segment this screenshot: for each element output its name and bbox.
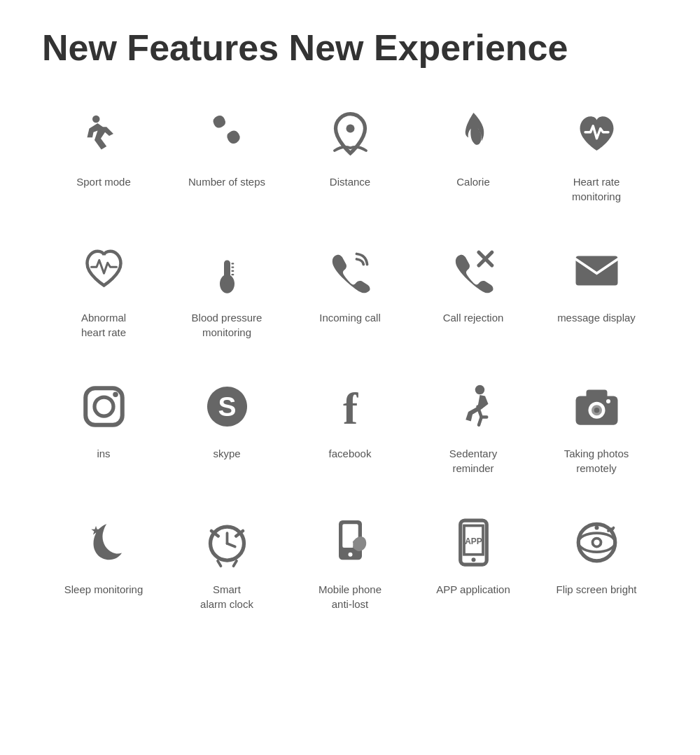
- incoming-call-icon: [318, 239, 382, 302]
- camera-icon: [565, 375, 628, 438]
- facebook-label: facebook: [329, 446, 372, 461]
- feature-item-skype: Sskype: [165, 368, 288, 483]
- calorie-icon: [442, 103, 505, 166]
- skype-icon: S: [195, 375, 258, 438]
- svg-line-27: [227, 543, 234, 547]
- call-rejection-icon: [442, 239, 505, 302]
- sleep-label: Sleep monitoring: [64, 582, 144, 597]
- distance-label: Distance: [330, 174, 370, 189]
- features-grid: Sport modeNumber of stepsDistanceCalorie…: [42, 96, 658, 618]
- abnormal-heart-icon: [72, 239, 135, 302]
- feature-item-antilost: Mobile phoneanti-lost: [288, 504, 412, 618]
- feature-item-abnormal-heart: Abnormalheart rate: [42, 232, 165, 347]
- feature-item-steps: Number of steps: [165, 96, 288, 211]
- blood-pressure-label: Blood pressuremonitoring: [192, 310, 262, 340]
- feature-item-sedentary: Sedentaryreminder: [412, 368, 535, 483]
- svg-point-41: [592, 538, 601, 546]
- sport-mode-label: Sport mode: [76, 174, 131, 189]
- feature-item-sleep: ★Sleep monitoring: [42, 504, 165, 618]
- feature-item-blood-pressure: Blood pressuremonitoring: [165, 232, 288, 347]
- feature-item-calorie: Calorie: [412, 96, 535, 211]
- feature-item-facebook: ffacebook: [288, 368, 412, 483]
- svg-text:S: S: [218, 392, 236, 422]
- steps-icon: [195, 103, 258, 166]
- message-display-label: message display: [557, 310, 636, 325]
- flip-label: Flip screen bright: [556, 582, 636, 597]
- svg-line-31: [233, 560, 237, 566]
- svg-rect-7: [231, 274, 234, 275]
- flip-icon: [565, 511, 628, 574]
- feature-item-incoming-call: Incoming call: [288, 232, 412, 347]
- feature-item-camera: Taking photosremotely: [535, 368, 658, 483]
- svg-point-13: [113, 392, 118, 397]
- svg-rect-10: [575, 256, 617, 285]
- feature-item-heart-rate: Heart ratemonitoring: [535, 96, 658, 211]
- call-rejection-label: Call rejection: [443, 310, 504, 325]
- heart-rate-icon: [565, 103, 628, 166]
- feature-item-distance: Distance: [288, 96, 412, 211]
- page-title: New Features New Experience: [42, 28, 658, 68]
- svg-point-21: [594, 408, 599, 413]
- svg-rect-6: [231, 270, 234, 271]
- svg-point-34: [348, 552, 352, 556]
- feature-item-message-display: message display: [535, 232, 658, 347]
- incoming-call-label: Incoming call: [319, 310, 381, 325]
- sedentary-label: Sedentaryreminder: [449, 446, 497, 476]
- svg-point-38: [471, 557, 475, 562]
- svg-point-12: [94, 397, 113, 416]
- svg-point-40: [578, 533, 615, 552]
- feature-item-sport-mode: Sport mode: [42, 96, 165, 211]
- sedentary-icon: [442, 375, 505, 438]
- svg-text:f: f: [342, 383, 358, 433]
- svg-text:★: ★: [90, 525, 100, 536]
- calorie-label: Calorie: [456, 174, 490, 189]
- svg-point-22: [606, 399, 610, 403]
- distance-icon: [318, 103, 382, 166]
- svg-point-42: [594, 525, 598, 529]
- svg-rect-3: [224, 260, 230, 285]
- feature-item-alarm: Smartalarm clock: [165, 504, 288, 618]
- ins-label: ins: [97, 446, 110, 461]
- message-display-icon: [565, 239, 628, 302]
- steps-label: Number of steps: [188, 174, 265, 189]
- blood-pressure-icon: [195, 239, 258, 302]
- heart-rate-label: Heart ratemonitoring: [572, 174, 621, 204]
- alarm-label: Smartalarm clock: [200, 582, 253, 611]
- abnormal-heart-label: Abnormalheart rate: [81, 310, 126, 340]
- svg-text:APP: APP: [465, 536, 482, 546]
- svg-point-16: [475, 385, 484, 394]
- facebook-icon: f: [318, 375, 382, 438]
- svg-line-30: [218, 560, 221, 566]
- feature-item-flip: Flip screen bright: [535, 504, 658, 618]
- antilost-icon: [318, 511, 382, 574]
- svg-point-1: [346, 124, 354, 132]
- svg-rect-5: [231, 266, 234, 268]
- feature-item-ins: ins: [42, 368, 165, 483]
- app-label: APP application: [436, 582, 510, 597]
- sleep-icon: ★: [72, 511, 135, 574]
- sport-mode-icon: [72, 103, 135, 166]
- svg-rect-18: [586, 389, 607, 399]
- alarm-icon: [195, 511, 258, 574]
- antilost-label: Mobile phoneanti-lost: [318, 582, 382, 611]
- camera-label: Taking photosremotely: [564, 446, 629, 476]
- skype-label: skype: [213, 446, 240, 461]
- feature-item-call-rejection: Call rejection: [412, 232, 535, 347]
- svg-point-0: [92, 115, 100, 123]
- feature-item-app: APPAPP application: [412, 504, 535, 618]
- svg-rect-4: [231, 263, 234, 264]
- app-icon: APP: [442, 511, 505, 574]
- ins-icon: [72, 375, 135, 438]
